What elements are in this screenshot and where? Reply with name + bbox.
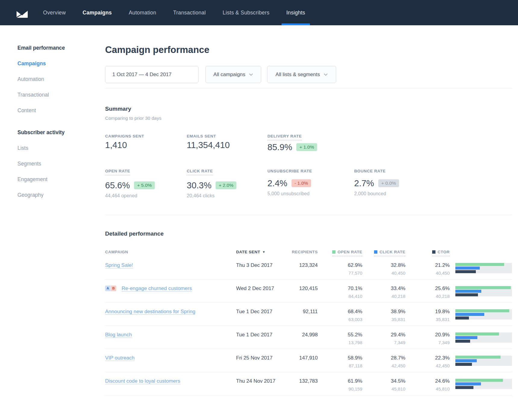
lists-segments-dropdown[interactable]: All lists & segments — [267, 66, 336, 83]
col-ctor[interactable]: CTOR — [405, 250, 450, 256]
row-bar-chart — [455, 263, 512, 273]
click-rate: 29.4% — [362, 332, 405, 338]
click-count: 45,810 — [362, 386, 405, 391]
date-sent: Wed 2 Dec 2017 — [236, 285, 278, 299]
date-range-input[interactable]: 1 Oct 2017 — 4 Dec 2017 — [105, 66, 198, 83]
open-rate-legend-icon — [332, 250, 335, 254]
ctor-count: 7,349 — [405, 340, 450, 345]
sidebar-item-engagement[interactable]: Engagement — [17, 177, 90, 182]
open-rate: 70.1% — [318, 285, 362, 292]
sidebar-item-segments[interactable]: Segments — [17, 161, 90, 166]
campaigns-dropdown[interactable]: All campaigns — [205, 66, 261, 83]
sidebar-item-transactional[interactable]: Transactional — [17, 92, 90, 97]
page-title: Campaign performance — [105, 45, 512, 55]
delta-badge: + 5.0% — [134, 181, 155, 189]
sidebar-item-content[interactable]: Content — [17, 108, 90, 113]
open-rate: 62.9% — [318, 262, 362, 268]
open-rate-bar — [455, 286, 511, 289]
click-rate-bar — [455, 290, 481, 293]
date-sent: Fri 25 Nov 2017 — [236, 355, 278, 368]
click-count: 40,218 — [362, 294, 405, 299]
filters: 1 Oct 2017 — 4 Dec 2017 All campaigns Al… — [105, 66, 512, 83]
table-header: CAMPAIGN DATE SENT▼ RECIPIENTS OPEN RATE… — [105, 250, 512, 256]
ctor-bar — [455, 270, 476, 273]
recipients: 120,415 — [278, 285, 318, 299]
ctor-legend-icon — [432, 250, 435, 254]
campaign-link[interactable]: Discount code to loyal customers — [105, 378, 180, 384]
sidebar-item-lists[interactable]: Lists — [17, 146, 90, 151]
open-count: 84,410 — [318, 294, 362, 299]
sidebar-item-automation[interactable]: Automation — [17, 77, 90, 82]
chevron-down-icon — [249, 73, 253, 76]
campaign-link[interactable]: Spring Sale! — [105, 262, 133, 268]
sidebar-item-campaigns[interactable]: Campaigns — [17, 61, 90, 66]
row-bar-chart — [455, 309, 512, 320]
stat-bounce-rate: BOUNCE RATE 2.7% + 0.0% 2,000 bounced — [354, 169, 512, 198]
campaign-link[interactable]: Blog launch — [105, 332, 132, 338]
click-count: 7,349 — [362, 340, 405, 345]
campaign-link[interactable]: Announcing new destinations for Spring — [105, 309, 195, 314]
row-bar-chart — [455, 379, 512, 389]
campaign-link[interactable]: VIP outreach — [105, 355, 135, 361]
delta-badge: + 2.0% — [216, 181, 236, 189]
stat-subtext: 5,000 unsubscribed — [267, 191, 354, 196]
open-count: 13,798 — [318, 340, 362, 345]
open-count: 90,159 — [318, 386, 362, 391]
date-sent: Tue 1 Dec 2017 — [236, 308, 278, 322]
stat-campaigns-sent: CAMPAIGNS SENT 1,410 — [105, 134, 187, 152]
summary-title: Summary — [105, 106, 512, 112]
col-date-sent[interactable]: DATE SENT▼ — [236, 250, 278, 255]
click-rate: 34.5% — [362, 378, 405, 384]
open-rate-bar — [455, 332, 499, 335]
campaign-monitor-logo[interactable] — [17, 0, 28, 25]
nav-tab-overview[interactable]: Overview — [35, 0, 74, 25]
date-sent: Tue 1 Dec 2017 — [236, 332, 278, 345]
col-click-rate[interactable]: CLICK RATE — [362, 250, 405, 256]
campaign-link[interactable]: Re-engage churned customers — [122, 286, 192, 291]
stat-subtext: 44,464 opened — [105, 193, 187, 198]
click-count: 40,450 — [362, 270, 405, 276]
row-bar-chart — [455, 286, 512, 296]
date-sent: Thu 3 Dec 2017 — [236, 262, 278, 276]
delta-badge: + 1.0% — [296, 143, 317, 151]
main-content: Campaign performance 1 Oct 2017 — 4 Dec … — [105, 0, 512, 395]
summary-subtitle: Comparing to prior 30 days — [105, 116, 512, 121]
click-rate: 33.4% — [362, 285, 405, 292]
ctor-count: 45,810 — [405, 386, 450, 391]
stat-delivery-rate: DELIVERY RATE 85.9% + 1.0% — [267, 134, 354, 152]
campaigns-dropdown-value: All campaigns — [214, 72, 245, 78]
ctor: 19.8% — [405, 308, 450, 315]
click-rate-bar — [455, 313, 484, 316]
col-recipients: RECIPIENTS — [278, 250, 318, 254]
open-count: 87,118 — [318, 363, 362, 368]
col-open-rate[interactable]: OPEN RATE — [318, 250, 362, 256]
detailed-title: Detailed performance — [105, 231, 512, 236]
sidebar: Email performance Campaigns Automation T… — [17, 45, 90, 208]
sidebar-heading-email-performance: Email performance — [17, 45, 90, 51]
open-rate-bar — [455, 356, 501, 359]
table-row: VIP outreach Fri 25 Nov 2017 147,910 58.… — [105, 349, 512, 372]
open-rate: 61.9% — [318, 378, 362, 384]
open-rate-bar — [455, 379, 503, 382]
stat-click-rate: CLICK RATE 30.3% + 2.0% 20,464 clicks — [187, 169, 267, 198]
stat-subtext: 2,000 bounced — [354, 191, 512, 196]
lists-dropdown-value: All lists & segments — [276, 72, 320, 78]
ctor-count: 42,450 — [405, 363, 450, 368]
delta-badge: + 0.0% — [378, 179, 399, 187]
row-bar-chart — [455, 332, 512, 343]
chevron-down-icon — [324, 73, 328, 76]
summary-section: Summary Comparing to prior 30 days CAMPA… — [105, 106, 512, 198]
table-row: AB Re-engage churned customers Wed 2 Dec… — [105, 279, 512, 303]
ctor: 25.6% — [405, 285, 450, 292]
detailed-performance-section: Detailed performance CAMPAIGN DATE SENT▼… — [105, 231, 512, 395]
table-row: Spring Sale! Thu 3 Dec 2017 123,324 62.9… — [105, 256, 512, 279]
recipients: 92,111 — [278, 308, 318, 322]
delta-badge: - 1.0% — [292, 179, 311, 187]
ctor-bar — [455, 340, 470, 343]
ctor: 22.3% — [405, 355, 450, 361]
ab-test-badge: AB — [105, 286, 116, 291]
sidebar-item-geography[interactable]: Geography — [17, 193, 90, 198]
click-count: 35,831 — [362, 317, 405, 322]
click-rate-bar — [455, 336, 477, 339]
stat-unsubscribe-rate: UNSUBSCRIBE RATE 2.4% - 1.0% 5,000 unsub… — [267, 169, 354, 198]
